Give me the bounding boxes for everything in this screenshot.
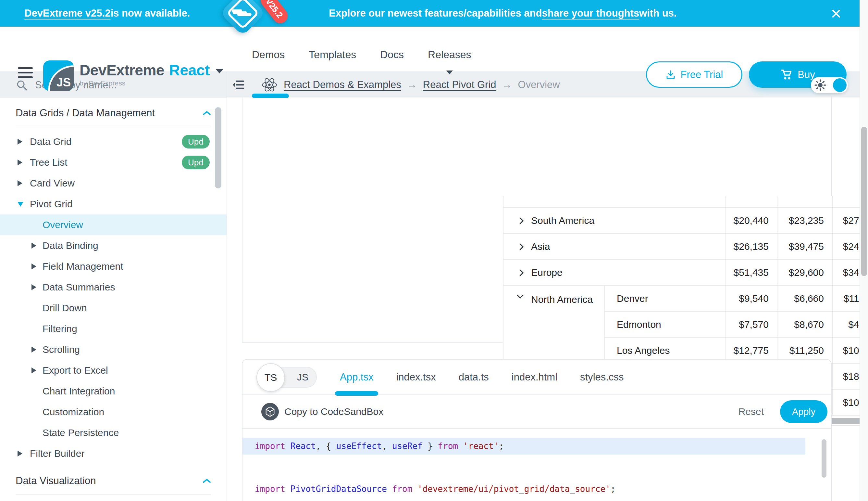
sidebar-item-customization[interactable]: Customization <box>0 402 227 422</box>
page-scrollbar-track[interactable] <box>859 0 868 501</box>
tab-App-tsx[interactable]: App.tsx <box>340 371 373 383</box>
pivot-value-cell[interactable]: $20,440 <box>726 207 778 234</box>
nav-item-docs[interactable]: Docs <box>380 49 404 61</box>
banner-close-button[interactable] <box>830 7 843 20</box>
sidebar-item-tree-list[interactable]: Tree ListUpd <box>0 152 227 173</box>
sidebar-item-export-to-excel[interactable]: Export to Excel <box>0 360 227 381</box>
sidebar-item-state-persistence[interactable]: State Persistence <box>0 422 227 443</box>
theme-toggle-knob[interactable] <box>833 78 847 92</box>
sidebar-item-card-view[interactable]: Card View <box>0 173 227 194</box>
reset-button[interactable]: Reset <box>738 406 764 417</box>
expand-chevron-icon[interactable] <box>517 217 524 224</box>
code-token: , { <box>316 441 336 451</box>
codesandbox-icon[interactable] <box>261 403 279 420</box>
nav-item-releases[interactable]: Releases <box>428 49 471 61</box>
sidebar-item-data-summaries[interactable]: Data Summaries <box>0 277 227 298</box>
pivot-region-label: North America <box>531 294 593 305</box>
sidebar-item-data-binding[interactable]: Data Binding <box>0 235 227 256</box>
copy-to-codesandbox-button[interactable]: Copy to CodeSandBox <box>284 406 383 417</box>
pivot-value-cell[interactable]: $39,475 <box>778 234 833 259</box>
sidebar-item-overview[interactable]: Overview <box>0 214 227 235</box>
sidebar-item-label: Field Management <box>43 261 123 272</box>
language-toggle[interactable]: TS JS <box>256 367 317 387</box>
sidebar-item-scrolling[interactable]: Scrolling <box>0 339 227 360</box>
pivot-value-cell[interactable]: $29,600 <box>778 259 833 286</box>
language-toggle-js[interactable]: JS <box>297 367 308 387</box>
code-token: ; <box>611 484 616 494</box>
tab-styles-css[interactable]: styles.css <box>580 371 624 383</box>
pivot-value-cell[interactable] <box>778 196 833 207</box>
pivot-value-cell[interactable]: $8,670 <box>778 312 833 338</box>
sidebar-item-label: Filter Builder <box>30 448 85 459</box>
expand-chevron-icon[interactable] <box>517 243 524 250</box>
pivot-value-cell[interactable]: $7,570 <box>726 312 778 338</box>
collapse-chevron-icon[interactable] <box>517 292 524 299</box>
pivot-city-denver[interactable]: Denver <box>605 286 726 312</box>
code-token: useEffect <box>336 441 382 451</box>
expand-arrow-icon[interactable] <box>32 367 36 373</box>
apply-button[interactable]: Apply <box>780 400 827 423</box>
expand-arrow-icon[interactable] <box>18 139 22 145</box>
pivot-region-label: Asia <box>531 241 550 252</box>
hamburger-menu-icon[interactable] <box>18 67 33 81</box>
language-toggle-selected[interactable]: TS <box>256 363 285 392</box>
section-divider <box>15 127 211 127</box>
sidebar-item-drill-down[interactable]: Drill Down <box>0 298 227 318</box>
theme-toggle[interactable] <box>811 77 848 93</box>
sidebar-item-field-management[interactable]: Field Management <box>0 256 227 277</box>
pivot-value-cell[interactable]: $6,660 <box>778 286 833 312</box>
pivot-value-cell[interactable]: $26,135 <box>726 234 778 259</box>
sidebar-item-pivot-grid[interactable]: Pivot Grid <box>0 194 227 214</box>
devextreme-js-logo[interactable]: JS <box>43 61 74 91</box>
devextreme-logo-graphic <box>220 0 265 36</box>
pivot-value-cell[interactable]: $51,435 <box>726 259 778 286</box>
share-thoughts-link[interactable]: share your thoughts <box>542 8 639 19</box>
chevron-down-icon[interactable] <box>216 69 223 73</box>
code-line-3: import PivotGridDataSource from 'devextr… <box>242 481 805 498</box>
sidebar-item-filtering[interactable]: Filtering <box>0 318 227 339</box>
nav-item-demos[interactable]: Demos <box>252 49 285 61</box>
breadcrumb-item-2[interactable]: React Pivot Grid <box>423 79 496 90</box>
tab-data-ts[interactable]: data.ts <box>459 371 489 383</box>
pivot-row-south-america[interactable]: South America <box>504 207 726 234</box>
expand-arrow-icon[interactable] <box>32 264 36 269</box>
sidebar-scrollbar-thumb[interactable] <box>215 107 221 189</box>
banner-version-link[interactable]: DevExtreme v25.2 <box>24 8 110 19</box>
tab-index-html[interactable]: index.html <box>512 371 557 383</box>
search-icon <box>16 79 27 90</box>
breadcrumb-separator: → <box>502 79 512 90</box>
tab-index-tsx[interactable]: index.tsx <box>396 371 436 383</box>
expand-arrow-icon[interactable] <box>32 243 36 248</box>
pivot-row-asia[interactable]: Asia <box>504 234 726 259</box>
pivot-value-cell[interactable]: $23,235 <box>778 207 833 234</box>
announcement-banner: DevExtreme v25.2 is now available. V25.2… <box>0 0 859 26</box>
sidebar-item-data-grid[interactable]: Data GridUpd <box>0 131 227 152</box>
expand-arrow-icon[interactable] <box>18 160 22 166</box>
brand-text[interactable]: DevExtreme React by DevExpress <box>79 61 223 87</box>
section-header-data-visualization[interactable]: Data Visualization <box>15 472 211 489</box>
expand-chevron-icon[interactable] <box>517 269 524 276</box>
react-icon <box>261 77 278 93</box>
pivot-value-cell[interactable] <box>726 196 778 207</box>
expand-arrow-icon[interactable] <box>32 347 36 352</box>
free-trial-button[interactable]: Free Trial <box>646 61 743 88</box>
pivot-row-europe[interactable]: Europe <box>504 259 726 286</box>
section-header-data-grids[interactable]: Data Grids / Data Management <box>15 105 211 121</box>
breadcrumb-item-3: Overview <box>518 79 560 90</box>
sidebar-collapse-button[interactable] <box>232 79 245 90</box>
code-editor[interactable]: import React, { useEffect, useRef } from… <box>242 429 831 501</box>
expand-arrow-icon[interactable] <box>18 451 22 457</box>
sidebar-item-chart-integration[interactable]: Chart Integration <box>0 381 227 402</box>
breadcrumb-item-1[interactable]: React Demos & Examples <box>284 79 401 90</box>
pivot-city-edmonton[interactable]: Edmonton <box>605 312 726 338</box>
nav-item-templates[interactable]: Templates <box>309 49 356 61</box>
file-tabs: App.tsxindex.tsxdata.tsindex.htmlstyles.… <box>340 371 624 383</box>
expand-arrow-icon[interactable] <box>18 180 22 186</box>
page-scrollbar-thumb[interactable] <box>861 127 867 276</box>
sidebar-item-filter-builder[interactable]: Filter Builder <box>0 443 227 464</box>
code-scrollbar-thumb[interactable] <box>822 439 826 478</box>
banner-logo: V25.2 <box>205 0 303 31</box>
collapse-arrow-icon[interactable] <box>18 202 23 207</box>
pivot-value-cell[interactable]: $9,540 <box>726 286 778 312</box>
expand-arrow-icon[interactable] <box>32 284 36 290</box>
